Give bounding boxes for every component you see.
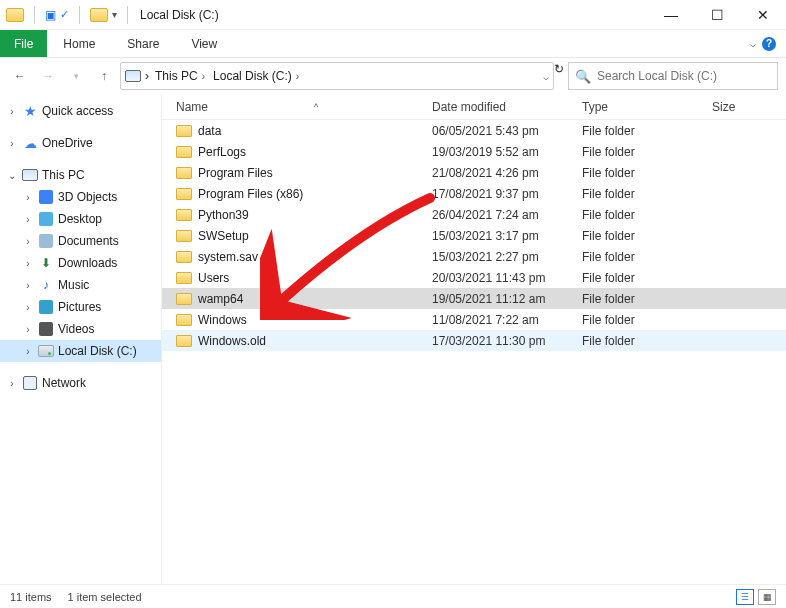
chevron-right-icon[interactable]: › (22, 236, 34, 247)
qat-dropdown-icon[interactable]: ▾ (112, 9, 117, 20)
sidebar-this-pc[interactable]: ⌄ This PC (0, 164, 161, 186)
sidebar-network[interactable]: › Network (0, 372, 161, 394)
file-row[interactable]: Users20/03/2021 11:43 pmFile folder (162, 267, 786, 288)
qat-open-folder-icon[interactable] (90, 8, 108, 22)
file-row[interactable]: system.sav15/03/2021 2:27 pmFile folder (162, 246, 786, 267)
sidebar-downloads[interactable]: › ⬇ Downloads (0, 252, 161, 274)
chevron-right-icon[interactable]: › (145, 69, 149, 83)
chevron-right-icon[interactable]: › (6, 106, 18, 117)
music-icon: ♪ (38, 278, 54, 292)
sidebar-quick-access[interactable]: › ★ Quick access (0, 100, 161, 122)
sidebar-item-label: Local Disk (C:) (58, 344, 137, 358)
file-date: 15/03/2021 3:17 pm (422, 229, 572, 243)
column-header-size[interactable]: Size (702, 100, 786, 114)
back-button[interactable]: ← (8, 64, 32, 88)
file-row[interactable]: Program Files (x86)17/08/2021 9:37 pmFil… (162, 183, 786, 204)
qat-properties-icon[interactable]: ▣ (45, 8, 56, 22)
sidebar-item-label: Quick access (42, 104, 113, 118)
minimize-button[interactable]: — (648, 0, 694, 30)
column-header-type[interactable]: Type (572, 100, 702, 114)
status-item-count: 11 items (10, 591, 52, 603)
chevron-right-icon[interactable]: › (22, 346, 34, 357)
breadcrumb-local-disk[interactable]: Local Disk (C:) › (211, 69, 301, 83)
pictures-icon (39, 300, 53, 314)
thumbnails-view-button[interactable]: ▦ (758, 589, 776, 605)
file-date: 19/03/2019 5:52 am (422, 145, 572, 159)
file-type: File folder (572, 229, 702, 243)
up-button[interactable]: ↑ (92, 64, 116, 88)
sidebar-onedrive[interactable]: › ☁ OneDrive (0, 132, 161, 154)
address-bar[interactable]: › This PC › Local Disk (C:) › ⌵ (120, 62, 554, 90)
file-row[interactable]: Program Files21/08/2021 4:26 pmFile fold… (162, 162, 786, 183)
refresh-button[interactable]: ↻ (554, 62, 564, 90)
file-type: File folder (572, 208, 702, 222)
view-tab[interactable]: View (175, 30, 233, 57)
file-row[interactable]: Windows.old17/03/2021 11:30 pmFile folde… (162, 330, 786, 351)
desktop-icon (39, 212, 53, 226)
search-box[interactable]: 🔍 (568, 62, 778, 90)
sidebar-pictures[interactable]: › Pictures (0, 296, 161, 318)
file-type: File folder (572, 187, 702, 201)
sidebar-item-label: OneDrive (42, 136, 93, 150)
close-button[interactable]: ✕ (740, 0, 786, 30)
details-view-button[interactable]: ☰ (736, 589, 754, 605)
search-icon: 🔍 (575, 69, 591, 84)
qat-checkmark-icon[interactable]: ✓ (60, 8, 69, 21)
file-row[interactable]: Python3926/04/2021 7:24 amFile folder (162, 204, 786, 225)
sidebar-videos[interactable]: › Videos (0, 318, 161, 340)
forward-button[interactable]: → (36, 64, 60, 88)
chevron-down-icon[interactable]: ⌄ (6, 170, 18, 181)
file-type: File folder (572, 124, 702, 138)
file-date: 06/05/2021 5:43 pm (422, 124, 572, 138)
ribbon-tabs: File Home Share View ⌵ ? (0, 30, 786, 58)
file-name: PerfLogs (198, 145, 246, 159)
file-name: Windows (198, 313, 247, 327)
folder-icon (176, 335, 192, 347)
chevron-right-icon[interactable]: › (22, 258, 34, 269)
file-date: 19/05/2021 11:12 am (422, 292, 572, 306)
chevron-right-icon[interactable]: › (22, 302, 34, 313)
navigation-row: ← → ▾ ↑ › This PC › Local Disk (C:) › ⌵ … (0, 58, 786, 94)
file-row[interactable]: data06/05/2021 5:43 pmFile folder (162, 120, 786, 141)
file-row[interactable]: Windows11/08/2021 7:22 amFile folder (162, 309, 786, 330)
folder-icon (176, 272, 192, 284)
column-header-date[interactable]: Date modified (422, 100, 572, 114)
ribbon-expand-icon[interactable]: ⌵ (750, 38, 756, 49)
file-row[interactable]: SWSetup15/03/2021 3:17 pmFile folder (162, 225, 786, 246)
chevron-right-icon[interactable]: › (296, 71, 299, 82)
home-tab[interactable]: Home (47, 30, 111, 57)
maximize-button[interactable]: ☐ (694, 0, 740, 30)
folder-icon (176, 230, 192, 242)
column-header-name[interactable]: Name ^ (162, 100, 422, 114)
sidebar-item-label: Desktop (58, 212, 102, 226)
file-rows[interactable]: data06/05/2021 5:43 pmFile folderPerfLog… (162, 120, 786, 584)
breadcrumb-this-pc[interactable]: This PC › (153, 69, 207, 83)
file-date: 17/03/2021 11:30 pm (422, 334, 572, 348)
navigation-pane[interactable]: › ★ Quick access › ☁ OneDrive ⌄ This PC … (0, 94, 162, 584)
breadcrumb-root-label: This PC (155, 69, 198, 83)
address-dropdown-icon[interactable]: ⌵ (543, 71, 549, 82)
chevron-right-icon[interactable]: › (22, 192, 34, 203)
chevron-right-icon[interactable]: › (6, 138, 18, 149)
sidebar-desktop[interactable]: › Desktop (0, 208, 161, 230)
recent-dropdown[interactable]: ▾ (64, 64, 88, 88)
chevron-right-icon[interactable]: › (202, 71, 205, 82)
file-row[interactable]: PerfLogs19/03/2019 5:52 amFile folder (162, 141, 786, 162)
file-row[interactable]: wamp6419/05/2021 11:12 amFile folder (162, 288, 786, 309)
file-name: system.sav (198, 250, 258, 264)
file-type: File folder (572, 250, 702, 264)
help-icon[interactable]: ? (762, 37, 776, 51)
star-icon: ★ (22, 104, 38, 118)
chevron-right-icon[interactable]: › (22, 280, 34, 291)
sidebar-documents[interactable]: › Documents (0, 230, 161, 252)
share-tab[interactable]: Share (111, 30, 175, 57)
chevron-right-icon[interactable]: › (22, 324, 34, 335)
sidebar-music[interactable]: › ♪ Music (0, 274, 161, 296)
file-tab[interactable]: File (0, 30, 47, 57)
sidebar-local-disk[interactable]: › Local Disk (C:) (0, 340, 161, 362)
chevron-right-icon[interactable]: › (22, 214, 34, 225)
file-name: Program Files (198, 166, 273, 180)
search-input[interactable] (597, 69, 771, 83)
sidebar-3d-objects[interactable]: › 3D Objects (0, 186, 161, 208)
chevron-right-icon[interactable]: › (6, 378, 18, 389)
